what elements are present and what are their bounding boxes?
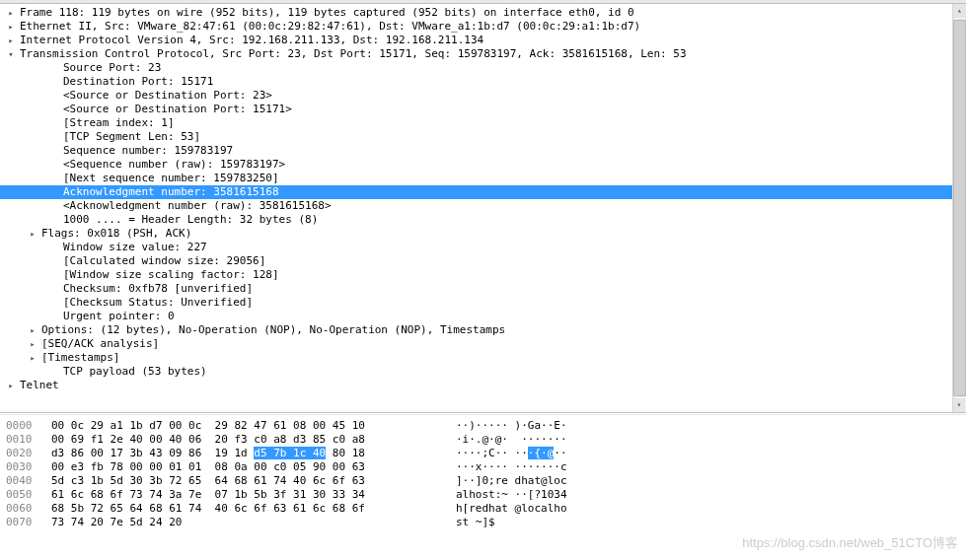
expand-icon[interactable]: ▸ xyxy=(4,34,16,47)
tree-row: [Stream index: 1] xyxy=(0,116,966,130)
scroll-down-icon[interactable]: ▾ xyxy=(953,398,965,412)
tree-row: [TCP Segment Len: 53] xyxy=(0,130,966,144)
tree-gutter xyxy=(47,241,59,254)
tree-row-label: Options: (12 bytes), No-Operation (NOP),… xyxy=(37,323,966,337)
hex-bytes-pre: d3 86 00 17 3b 43 09 86 19 1d xyxy=(51,447,254,459)
expand-icon[interactable]: ▸ xyxy=(26,351,37,365)
tree-row-label: [Window size scaling factor: 128] xyxy=(59,268,966,282)
tree-row-label: Acknowledgment number: 3581615168 xyxy=(59,185,966,199)
tree-row: Destination Port: 15171 xyxy=(0,75,966,89)
tree-row: [Window size scaling factor: 128] xyxy=(0,268,966,282)
hex-ascii-pre: ····;C·· ·· xyxy=(456,447,528,459)
tree-row: [Next sequence number: 159783250] xyxy=(0,172,966,185)
hex-ascii[interactable]: alhost:~ ··[?1034 xyxy=(456,488,966,502)
hex-row[interactable]: 001000 69 f1 2e 40 00 40 06 20 f3 c0 a8 … xyxy=(0,433,966,447)
hex-ascii-post: ·· xyxy=(554,447,566,459)
hex-row[interactable]: 00405d c3 1b 5d 30 3b 72 65 64 68 61 74 … xyxy=(0,474,966,488)
tree-gutter xyxy=(47,199,59,213)
tree-row[interactable]: ▸Telnet xyxy=(0,379,966,392)
hex-ascii[interactable]: ···x···· ·······c xyxy=(456,460,966,474)
tree-gutter xyxy=(47,103,59,116)
tree-row[interactable]: ▾Transmission Control Protocol, Src Port… xyxy=(0,47,966,61)
hex-row[interactable]: 003000 e3 fb 78 00 00 01 01 08 0a 00 c0 … xyxy=(0,460,966,474)
hex-ascii[interactable]: ··)····· )·Ga··E· xyxy=(456,419,966,433)
tree-row-label: [TCP Segment Len: 53] xyxy=(59,130,966,144)
expand-icon[interactable]: ▸ xyxy=(4,379,16,392)
tree-row[interactable]: ▸[SEQ/ACK analysis] xyxy=(0,337,966,351)
tree-row: <Acknowledgment number (raw): 3581615168… xyxy=(0,199,966,213)
hex-offset: 0060 xyxy=(0,502,51,516)
tree-row: TCP payload (53 bytes) xyxy=(0,365,966,379)
hex-row[interactable]: 0020d3 86 00 17 3b 43 09 86 19 1d d5 7b … xyxy=(0,447,966,460)
hex-offset: 0040 xyxy=(0,474,51,488)
tree-gutter xyxy=(47,310,59,323)
tree-gutter xyxy=(47,365,59,379)
expand-icon[interactable]: ▸ xyxy=(26,227,37,241)
scroll-up-icon[interactable]: ▴ xyxy=(953,4,966,18)
hex-row[interactable]: 000000 0c 29 a1 1b d7 00 0c 29 82 47 61 … xyxy=(0,419,966,433)
tree-gutter xyxy=(47,213,59,227)
tree-row[interactable]: ▸[Timestamps] xyxy=(0,351,966,365)
tree-row-label: Internet Protocol Version 4, Src: 192.16… xyxy=(16,34,966,47)
tree-row: [Checksum Status: Unverified] xyxy=(0,296,966,310)
packet-bytes-panel[interactable]: 000000 0c 29 a1 1b d7 00 0c 29 82 47 61 … xyxy=(0,415,966,543)
tree-row-label: Sequence number: 159783197 xyxy=(59,144,966,158)
tree-gutter xyxy=(47,61,59,75)
tree-row: [Calculated window size: 29056] xyxy=(0,254,966,268)
hex-bytes[interactable]: 5d c3 1b 5d 30 3b 72 65 64 68 61 74 40 6… xyxy=(51,474,456,488)
tree-row[interactable]: ▸Frame 118: 119 bytes on wire (952 bits)… xyxy=(0,6,966,20)
tree-row-label: <Acknowledgment number (raw): 3581615168… xyxy=(59,199,966,213)
hex-bytes[interactable]: 61 6c 68 6f 73 74 3a 7e 07 1b 5b 3f 31 3… xyxy=(51,488,456,502)
tree-row-label: <Source or Destination Port: 23> xyxy=(59,89,966,103)
tree-row-label: 1000 .... = Header Length: 32 bytes (8) xyxy=(59,213,966,227)
expand-icon[interactable]: ▸ xyxy=(4,20,16,34)
details-scrollbar[interactable]: ▴ ▾ xyxy=(952,4,966,412)
hex-offset: 0000 xyxy=(0,419,51,433)
expand-icon[interactable]: ▸ xyxy=(4,6,16,20)
hex-bytes-highlight: d5 7b 1c 40 xyxy=(254,447,326,459)
hex-bytes[interactable]: d3 86 00 17 3b 43 09 86 19 1d d5 7b 1c 4… xyxy=(51,447,456,460)
hex-ascii-highlight: ·{·@ xyxy=(528,447,555,459)
tree-row-label: Checksum: 0xfb78 [unverified] xyxy=(59,282,966,296)
hex-bytes[interactable]: 68 5b 72 65 64 68 61 74 40 6c 6f 63 61 6… xyxy=(51,502,456,516)
tree-row-selected[interactable]: Acknowledgment number: 3581615168 xyxy=(0,185,966,199)
tree-row-label: Frame 118: 119 bytes on wire (952 bits),… xyxy=(16,6,966,20)
tree-row-label: Destination Port: 15171 xyxy=(59,75,966,89)
tree-row[interactable]: ▸Ethernet II, Src: VMware_82:47:61 (00:0… xyxy=(0,20,966,34)
hex-offset: 0050 xyxy=(0,488,51,502)
tree-gutter xyxy=(47,130,59,144)
scroll-thumb[interactable] xyxy=(953,20,966,396)
expand-icon[interactable]: ▸ xyxy=(26,337,37,351)
hex-ascii[interactable]: st ~]$ xyxy=(456,516,966,529)
hex-offset: 0070 xyxy=(0,516,51,529)
hex-bytes[interactable]: 00 0c 29 a1 1b d7 00 0c 29 82 47 61 08 0… xyxy=(51,419,456,433)
hex-row[interactable]: 005061 6c 68 6f 73 74 3a 7e 07 1b 5b 3f … xyxy=(0,488,966,502)
hex-offset: 0010 xyxy=(0,433,51,447)
hex-row[interactable]: 007073 74 20 7e 5d 24 20 st ~]$ xyxy=(0,516,966,529)
hex-ascii[interactable]: ····;C·· ···{·@·· xyxy=(456,447,966,460)
tree-gutter xyxy=(47,185,59,199)
collapse-icon[interactable]: ▾ xyxy=(4,47,16,61)
tree-row: <Source or Destination Port: 23> xyxy=(0,89,966,103)
hex-bytes[interactable]: 73 74 20 7e 5d 24 20 xyxy=(51,516,456,529)
tree-row[interactable]: ▸Flags: 0x018 (PSH, ACK) xyxy=(0,227,966,241)
hex-ascii[interactable]: ·i·.@·@· ······· xyxy=(456,433,966,447)
tree-row: Urgent pointer: 0 xyxy=(0,310,966,323)
hex-ascii[interactable]: ]··]0;re dhat@loc xyxy=(456,474,966,488)
tree-gutter xyxy=(47,268,59,282)
tree-row-label: [Checksum Status: Unverified] xyxy=(59,296,966,310)
tree-row-label: [Timestamps] xyxy=(37,351,966,365)
tree-row[interactable]: ▸Options: (12 bytes), No-Operation (NOP)… xyxy=(0,323,966,337)
hex-row[interactable]: 006068 5b 72 65 64 68 61 74 40 6c 6f 63 … xyxy=(0,502,966,516)
tree-row[interactable]: ▸Internet Protocol Version 4, Src: 192.1… xyxy=(0,34,966,47)
tree-row-label: [Calculated window size: 29056] xyxy=(59,254,966,268)
tree-row-label: [Next sequence number: 159783250] xyxy=(59,172,966,185)
tree-gutter xyxy=(47,282,59,296)
tree-row-label: Transmission Control Protocol, Src Port:… xyxy=(16,47,966,61)
hex-bytes[interactable]: 00 69 f1 2e 40 00 40 06 20 f3 c0 a8 d3 8… xyxy=(51,433,456,447)
tree-gutter xyxy=(47,144,59,158)
expand-icon[interactable]: ▸ xyxy=(26,323,37,337)
packet-details-panel[interactable]: ▸Frame 118: 119 bytes on wire (952 bits)… xyxy=(0,4,966,412)
hex-bytes[interactable]: 00 e3 fb 78 00 00 01 01 08 0a 00 c0 05 9… xyxy=(51,460,456,474)
hex-ascii[interactable]: h[redhat @localho xyxy=(456,502,966,516)
